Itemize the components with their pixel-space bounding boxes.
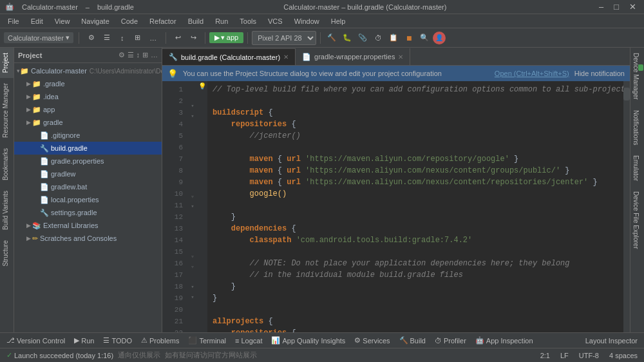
tree-item-external-libs[interactable]: ▶ 📚 External Libraries bbox=[14, 219, 162, 232]
undo-button[interactable]: ↩ bbox=[171, 31, 185, 45]
tree-root[interactable]: ▾ 📁 Calculator-master C:\Users\Administr… bbox=[14, 64, 162, 77]
problems-button[interactable]: ⚠ Problems bbox=[137, 333, 183, 348]
todo-button[interactable]: ☰ TODO bbox=[99, 333, 136, 348]
ext-libs-label: External Libraries bbox=[43, 222, 99, 229]
maximize-button[interactable]: □ bbox=[611, 2, 621, 12]
right-tab-device-manager[interactable]: Device Manager bbox=[630, 48, 644, 105]
stop-button[interactable]: ⏹ bbox=[402, 31, 416, 45]
expand-button[interactable]: ⊞ bbox=[131, 31, 145, 45]
tree-item-scratches[interactable]: ▶ ✏ Scratches and Consoles bbox=[14, 232, 162, 245]
profile-button[interactable]: ⏱ bbox=[371, 31, 385, 45]
run-app-button[interactable]: ▶ ▾ app bbox=[209, 32, 243, 43]
idea-folder-icon: 📁 bbox=[32, 93, 41, 101]
app-inspect-label: App Inspection bbox=[486, 337, 533, 345]
tree-item-build-gradle[interactable]: 🔧 build.gradle bbox=[14, 142, 162, 155]
attach-button[interactable]: 📎 bbox=[355, 31, 370, 45]
tree-item-gradle-folder[interactable]: ▶ 📁 gradle bbox=[14, 116, 162, 129]
fold-4[interactable]: ▾ bbox=[188, 111, 197, 122]
sidebar-tab-bookmarks[interactable]: Bookmarks bbox=[0, 143, 14, 186]
cursor-position[interactable]: 2:1 bbox=[538, 352, 553, 359]
menu-code[interactable]: Code bbox=[116, 16, 143, 26]
coverage-button[interactable]: 📋 bbox=[386, 31, 401, 45]
services-button[interactable]: ⚙ Services bbox=[350, 333, 393, 348]
fold-3[interactable]: ▾ bbox=[188, 101, 197, 111]
fold-21[interactable]: ▾ bbox=[188, 282, 197, 292]
fold-22[interactable]: ▾ bbox=[188, 292, 197, 302]
menu-view[interactable]: View bbox=[50, 16, 75, 26]
minimize-button[interactable]: – bbox=[596, 2, 606, 12]
sidebar-tab-resource-manager[interactable]: Resource Manager bbox=[0, 78, 14, 143]
tree-item-app[interactable]: ▶ 📁 app bbox=[14, 103, 162, 116]
tab-close-1[interactable]: ✕ bbox=[283, 53, 289, 61]
more-options-button[interactable]: … bbox=[146, 31, 160, 45]
menu-vcs[interactable]: VCS bbox=[263, 16, 288, 26]
menu-edit[interactable]: Edit bbox=[26, 16, 48, 26]
sidebar-tab-project[interactable]: Project bbox=[0, 48, 14, 78]
menu-file[interactable]: File bbox=[3, 16, 24, 26]
fold-18[interactable]: ▿ bbox=[188, 252, 197, 262]
tree-item-gradle[interactable]: ▶ 📁 .gradle bbox=[14, 77, 162, 90]
app-inspection-button[interactable]: 🤖 App Inspection bbox=[471, 333, 537, 348]
fold-13[interactable]: ▾ bbox=[188, 202, 197, 212]
list-view-button[interactable]: ☰ bbox=[100, 31, 114, 45]
sync-button[interactable]: ↕ bbox=[115, 31, 129, 45]
panel-refresh-icon[interactable]: ↕ bbox=[137, 51, 140, 59]
tree-item-idea[interactable]: ▶ 📁 .idea bbox=[14, 90, 162, 103]
tree-item-gradlew[interactable]: 📄 gradlew bbox=[14, 167, 162, 180]
layout-inspector-button[interactable]: Layout Inspector bbox=[582, 333, 641, 348]
menu-window[interactable]: Window bbox=[289, 16, 325, 26]
settings-button[interactable]: ⚙ bbox=[84, 31, 99, 45]
right-tab-emulator[interactable]: Emulator bbox=[630, 150, 644, 186]
gradle-label: .gradle bbox=[43, 80, 65, 88]
notification-link[interactable]: Open (Ctrl+Alt+Shift+S) bbox=[495, 70, 569, 77]
device-selector[interactable]: Pixel 2 API 28 bbox=[252, 31, 316, 45]
code-editor: 1 2 3 4 5 6 7 8 9 10 11 12 13 14 15 16 1… bbox=[162, 81, 630, 332]
right-tab-device-file-explorer[interactable]: Device File Explorer bbox=[630, 186, 644, 254]
sidebar-tab-structure[interactable]: Structure bbox=[0, 235, 14, 272]
profiler-button[interactable]: ⏱ Profiler bbox=[431, 333, 470, 348]
sidebar-tab-build-variants[interactable]: Build Variants bbox=[0, 186, 14, 235]
local-props-label: local.properties bbox=[51, 196, 99, 204]
menu-run[interactable]: Run bbox=[210, 16, 233, 26]
tab-close-2[interactable]: ✕ bbox=[398, 53, 403, 61]
hide-notification-button[interactable]: Hide notification bbox=[574, 70, 625, 77]
redo-button[interactable]: ↪ bbox=[187, 31, 201, 45]
menu-help[interactable]: Help bbox=[326, 16, 351, 26]
fold-19[interactable]: ▿ bbox=[188, 262, 197, 272]
user-icon[interactable]: 👤 bbox=[433, 32, 446, 44]
panel-expand-icon[interactable]: ⊞ bbox=[142, 51, 148, 59]
code-content[interactable]: // Top-level build file where you can ad… bbox=[207, 81, 623, 332]
search-button[interactable]: 🔍 bbox=[417, 31, 431, 45]
fold-12[interactable]: ▿ bbox=[188, 192, 197, 202]
terminal-button[interactable]: ⬛ Terminal bbox=[184, 333, 230, 348]
tree-item-gradle-props[interactable]: 📄 gradle.properties bbox=[14, 155, 162, 167]
logcat-button[interactable]: ≡ Logcat bbox=[231, 333, 266, 348]
tree-item-settings-gradle[interactable]: 🔧 settings.gradle bbox=[14, 206, 162, 219]
run-debug-button[interactable]: 🐛 bbox=[340, 31, 354, 45]
build-button[interactable]: 🔨 bbox=[325, 31, 339, 45]
menu-tools[interactable]: Tools bbox=[234, 16, 261, 26]
panel-settings-icon[interactable]: ⚙ bbox=[118, 51, 125, 59]
line-ending[interactable]: LF bbox=[558, 352, 571, 359]
tree-item-local-props[interactable]: 📄 local.properties bbox=[14, 193, 162, 206]
panel-list-icon[interactable]: ☰ bbox=[128, 51, 134, 59]
right-tab-notifications[interactable]: Notifications bbox=[630, 105, 644, 150]
menu-refactor[interactable]: Refactor bbox=[144, 16, 182, 26]
tree-item-gradlew-bat[interactable]: 📄 gradlew.bat bbox=[14, 180, 162, 193]
close-button[interactable]: ✕ bbox=[627, 2, 639, 12]
run-tool-button[interactable]: ▶ Run bbox=[70, 333, 98, 348]
tree-item-gitignore[interactable]: 📄 .gitignore bbox=[14, 129, 162, 142]
version-control-button[interactable]: ⎇ Version Control bbox=[3, 333, 69, 348]
menu-build[interactable]: Build bbox=[183, 16, 209, 26]
editor-tab-build-gradle[interactable]: 🔧 build.gradle (Calculator-master) ✕ bbox=[162, 48, 296, 65]
app-quality-insights-button[interactable]: 📊 App Quality Insights bbox=[267, 333, 349, 348]
ext-libs-icon: 📚 bbox=[32, 222, 41, 230]
indent-setting[interactable]: 4 spaces bbox=[607, 352, 640, 359]
menu-navigate[interactable]: Navigate bbox=[76, 16, 114, 26]
right-scrollbar[interactable] bbox=[623, 81, 630, 332]
build-tool-button[interactable]: 🔨 Build bbox=[395, 333, 430, 348]
encoding[interactable]: UTF-8 bbox=[576, 352, 601, 359]
editor-tab-gradle-wrapper[interactable]: 📄 gradle-wrapper.properties ✕ bbox=[296, 48, 410, 65]
project-dropdown[interactable]: Calculator-master ▾ bbox=[4, 32, 73, 43]
panel-more-icon[interactable]: … bbox=[151, 51, 158, 59]
